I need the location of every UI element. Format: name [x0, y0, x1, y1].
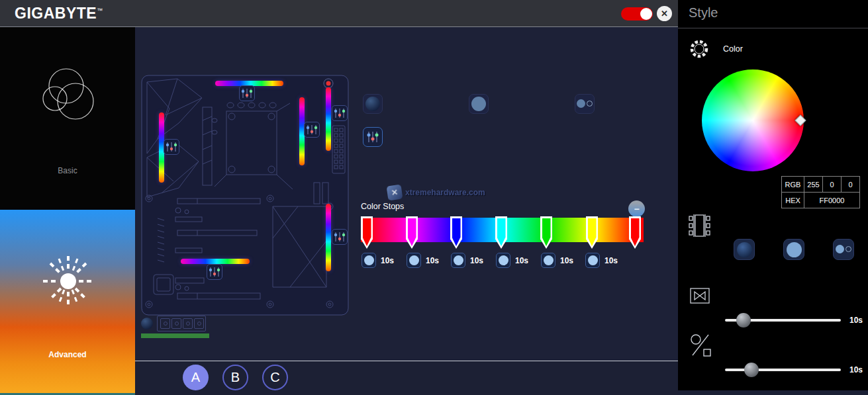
rgb-r-value[interactable]: 255 [804, 177, 823, 193]
film-strip-icon [687, 213, 711, 238]
color-mixer-button[interactable] [363, 127, 383, 147]
mode-button-pulse[interactable] [469, 94, 489, 114]
color-stop-marker[interactable] [361, 216, 373, 249]
panel-divider [678, 28, 868, 28]
brightness-percent-icon [689, 333, 712, 358]
color-stop-marker[interactable] [540, 216, 552, 249]
sliders-icon [365, 129, 381, 145]
color-stops-label: Color Stops [361, 202, 404, 211]
segment-dot-icon [409, 255, 419, 265]
panel-title: Style [689, 5, 718, 21]
led-strip-right-lower[interactable] [326, 204, 331, 271]
brightness-slider[interactable] [725, 363, 841, 377]
gigabyte-logo: GIGABYTE™ [15, 5, 103, 22]
zone-settings-badge[interactable] [207, 264, 222, 280]
color-wheel-icon [689, 39, 709, 59]
segment-duration-button[interactable] [407, 253, 421, 268]
segment-dot-icon [499, 255, 508, 265]
led-strip-bottom[interactable] [181, 259, 250, 264]
dark-orb-icon [365, 97, 380, 111]
dark-orb-icon [737, 242, 752, 257]
color-stop-marker[interactable] [406, 216, 418, 249]
style-option-transition[interactable] [833, 239, 854, 260]
zone-settings-badge[interactable] [332, 105, 348, 121]
brightness-value: 10s [849, 365, 863, 374]
speed-slider[interactable] [725, 313, 841, 328]
zone-settings-badge[interactable] [304, 122, 320, 138]
style-option-pulse[interactable] [783, 239, 804, 260]
rgb-b-value[interactable]: 0 [842, 177, 860, 193]
transition-icon [689, 285, 711, 307]
profile-button-b[interactable]: B [222, 365, 248, 390]
color-wheel[interactable] [702, 69, 804, 171]
zone-settings-badge[interactable] [164, 139, 179, 155]
speed-value: 10s [849, 316, 863, 325]
flat-orb-icon [787, 242, 802, 257]
sidebar: Basic Advanced [0, 27, 135, 395]
duration-label: 10s [426, 256, 439, 265]
color-stop-marker[interactable] [495, 216, 507, 249]
fan-zone-button[interactable] [141, 318, 153, 329]
motherboard-illustration [140, 74, 350, 316]
duo-orb-icon [577, 99, 593, 109]
hex-label: HEX [782, 193, 804, 208]
profile-button-a[interactable]: A [183, 365, 209, 390]
mode-button-transition[interactable] [575, 94, 595, 114]
duration-label: 10s [560, 256, 573, 265]
flat-orb-icon [471, 97, 486, 111]
sidebar-item-label: Advanced [0, 350, 135, 359]
led-strip-right-upper[interactable] [326, 87, 331, 151]
mini-sliders-icon [164, 140, 179, 154]
rgb-g-value[interactable]: 0 [823, 177, 842, 193]
remove-stop-button[interactable]: − [628, 200, 645, 217]
duration-label: 10s [381, 256, 394, 265]
led-header-connector[interactable] [157, 316, 206, 331]
segment-dot-icon [588, 255, 598, 265]
profile-button-c[interactable]: C [262, 365, 288, 390]
overlapping-circles-icon [38, 66, 97, 125]
watermark: ✕ xtremehardware.com [387, 185, 485, 200]
segment-duration-button[interactable] [451, 253, 465, 268]
sidebar-item-label: Basic [0, 166, 135, 175]
duration-label: 10s [515, 256, 528, 265]
segment-duration-button[interactable] [585, 253, 600, 268]
close-icon: ✕ [661, 9, 668, 19]
main-canvas: ✕ xtremehardware.com Color Stops − 10s 1… [135, 27, 678, 395]
rgb-label: RGB [782, 177, 804, 193]
zone-settings-badge[interactable] [239, 85, 255, 101]
sidebar-item-advanced[interactable]: Advanced [0, 210, 135, 393]
rgb-fusion-window: GIGABYTE™ ✕ Basic [0, 0, 868, 395]
toggle-knob [640, 8, 652, 20]
mode-button-static[interactable] [363, 94, 383, 114]
color-stop-marker[interactable] [629, 216, 641, 249]
color-section-label: Color [723, 44, 743, 54]
profile-bar: A B C [135, 361, 678, 395]
duo-orb-icon [836, 244, 851, 255]
mini-sliders-icon [240, 86, 254, 101]
close-button[interactable]: ✕ [657, 6, 672, 21]
starburst-icon [38, 251, 99, 312]
mini-sliders-icon [332, 106, 347, 120]
slider-handle[interactable] [744, 363, 759, 377]
zone-highlight-bar [141, 333, 209, 338]
segment-duration-button[interactable] [496, 253, 510, 268]
sidebar-item-basic[interactable]: Basic [0, 27, 135, 210]
hex-value[interactable]: FF0000 [804, 193, 860, 208]
segment-duration-button[interactable] [362, 253, 376, 268]
duration-label: 10s [604, 256, 618, 265]
slider-handle[interactable] [736, 313, 751, 328]
watermark-x-icon: ✕ [387, 185, 403, 201]
style-panel: Style Color RGB 255 0 0 HEX FF0000 [678, 0, 868, 395]
segment-dot-icon [454, 255, 463, 265]
mini-sliders-icon [332, 230, 347, 244]
segment-duration-button[interactable] [541, 253, 555, 268]
mini-sliders-icon [305, 122, 319, 137]
slider-track[interactable] [725, 369, 841, 371]
style-option-static[interactable] [734, 239, 755, 260]
zone-settings-badge[interactable] [332, 229, 348, 245]
title-bar: GIGABYTE™ ✕ [0, 0, 678, 27]
segment-dot-icon [364, 255, 374, 265]
color-stop-marker[interactable] [586, 216, 598, 249]
color-stop-marker[interactable] [450, 216, 462, 249]
led-power-toggle[interactable] [621, 7, 653, 21]
